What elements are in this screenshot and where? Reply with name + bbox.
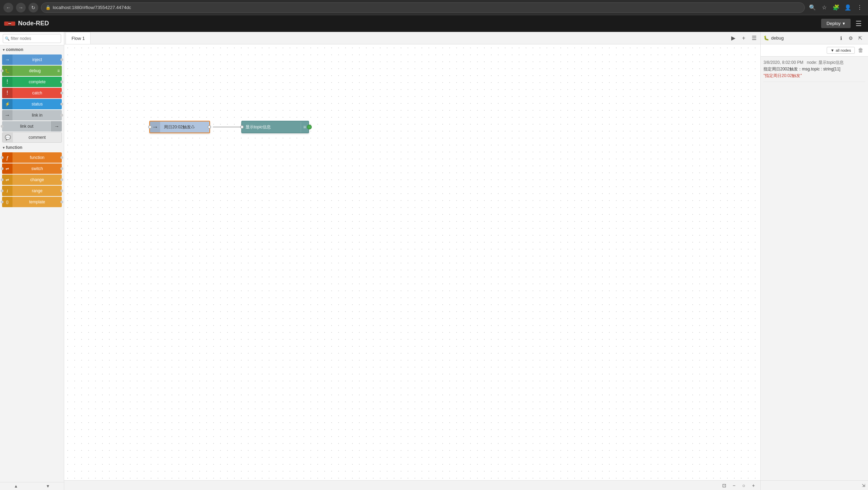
add-flow-button[interactable]: +: [739, 33, 749, 43]
template-label: template: [12, 200, 62, 204]
hamburger-button[interactable]: ☰: [853, 17, 864, 30]
function-label: function: [12, 155, 62, 160]
refresh-button[interactable]: ↻: [28, 3, 38, 12]
deploy-dropdown-icon: ▾: [843, 21, 845, 26]
zoom-reset-button[interactable]: ○: [740, 481, 748, 490]
inject-canvas-port-left: [148, 125, 152, 129]
filter-wrapper: 🔍: [3, 34, 61, 43]
run-flow-button[interactable]: ▶: [728, 33, 738, 43]
flow-menu-button[interactable]: ☰: [749, 33, 759, 43]
debug-msg-timestamp: 3/8/2020, 8:02:00 PM node: 显示topic信息: [763, 59, 865, 66]
deploy-button[interactable]: Deploy ▾: [821, 19, 851, 28]
template-icon: {}: [2, 197, 12, 207]
url-text: localhost:1880/#flow/73554227.4474dc: [53, 5, 131, 10]
all-nodes-filter-button[interactable]: ▼ all nodes: [827, 47, 855, 54]
flow-tab-label: Flow 1: [72, 36, 85, 41]
node-complete[interactable]: ! complete: [2, 77, 62, 87]
switch-port-left: [1, 167, 3, 170]
chevron-common: ▾: [3, 48, 5, 52]
debug-panel-title: debug: [771, 35, 836, 41]
canvas-area: Flow 1 ▶ + ☰ → 周日20:02触发♺: [64, 32, 760, 490]
node-link-out[interactable]: link out →: [2, 121, 62, 132]
debug-status-dot: [307, 125, 312, 129]
range-label: range: [12, 188, 62, 193]
inject-canvas-node[interactable]: → 周日20:02触发♺: [149, 121, 210, 133]
catch-icon: !: [2, 88, 12, 98]
debug-icon-node: 🐛: [2, 66, 12, 76]
template-port-right: [60, 201, 63, 203]
app-shell: Node-RED Deploy ▾ ☰ 🔍 ▾ comm: [0, 15, 868, 490]
debug-panel-icon: 🐛: [763, 35, 769, 41]
comment-label: comment: [13, 135, 61, 140]
extensions-button[interactable]: 🧩: [831, 3, 841, 12]
panel-settings-button[interactable]: ⚙: [846, 33, 856, 43]
category-function-label: function: [6, 145, 22, 150]
debug-messages: 3/8/2020, 8:02:00 PM node: 显示topic信息 指定周…: [761, 57, 868, 480]
status-icon: ⚡: [2, 99, 12, 109]
debug-msg-value: "指定周日20:02触发": [763, 73, 865, 79]
sidebar-scroll-buttons: ▲ ▼: [0, 482, 64, 490]
switch-port-right: [60, 167, 63, 170]
debug-canvas-port-left: [240, 125, 244, 129]
panel-info-button[interactable]: ℹ: [836, 33, 846, 43]
forward-button[interactable]: →: [16, 3, 26, 12]
inject-canvas-port-right: [208, 125, 211, 129]
flow-tab-1[interactable]: Flow 1: [66, 32, 91, 44]
back-button[interactable]: ←: [3, 3, 13, 12]
zoom-fit-button[interactable]: ⊡: [720, 481, 728, 490]
canvas[interactable]: → 周日20:02触发♺ 显示topic信息 ≡: [64, 44, 760, 480]
complete-icon: !: [2, 77, 12, 87]
search-button[interactable]: 🔍: [808, 3, 817, 12]
filter-icon: 🔍: [5, 36, 10, 41]
range-port-right: [60, 189, 63, 192]
node-status[interactable]: ⚡ status: [2, 99, 62, 109]
catch-port-right: [60, 92, 63, 94]
node-inject[interactable]: → inject: [2, 54, 62, 65]
node-switch[interactable]: ⇌ switch: [2, 163, 62, 174]
debug-msg-node-name: node: 显示topic信息: [807, 60, 844, 65]
link-in-port-right: [60, 114, 63, 117]
debug-message-1: 3/8/2020, 8:02:00 PM node: 显示topic信息 指定周…: [763, 59, 865, 82]
node-debug[interactable]: 🐛 debug ≡: [2, 66, 62, 76]
category-common-header[interactable]: ▾ common: [0, 45, 64, 54]
logo-icon: [4, 20, 15, 27]
sidebar-nodes: ▾ common → inject 🐛 debug ≡: [0, 45, 64, 482]
address-bar[interactable]: 🔒 localhost:1880/#flow/73554227.4474dc: [41, 2, 805, 13]
debug-canvas-node[interactable]: 显示topic信息 ≡: [241, 121, 309, 133]
change-label: change: [12, 177, 62, 182]
category-function: ▾ function ƒ function ⇌ switch: [0, 143, 64, 207]
right-panel-collapse-button[interactable]: ⇲: [862, 483, 865, 488]
node-range[interactable]: i range: [2, 186, 62, 196]
inject-icon: →: [2, 54, 12, 65]
scroll-up-button[interactable]: ▲: [0, 482, 32, 490]
panel-expand-button[interactable]: ⇱: [856, 33, 865, 43]
browser-chrome: ← → ↻ 🔒 localhost:1880/#flow/73554227.44…: [0, 0, 868, 15]
search-input[interactable]: [3, 34, 61, 43]
node-comment[interactable]: 💬 comment: [2, 132, 62, 143]
browser-icons: 🔍 ☆ 🧩 👤 ⋮: [808, 3, 865, 12]
template-port-left: [1, 201, 3, 203]
scroll-down-button[interactable]: ▼: [32, 482, 64, 490]
range-icon: i: [2, 186, 12, 196]
zoom-out-button[interactable]: −: [730, 481, 738, 490]
category-function-header[interactable]: ▾ function: [0, 143, 64, 152]
node-template[interactable]: {} template: [2, 197, 62, 207]
link-out-port-left: [1, 125, 3, 128]
change-port-left: [1, 178, 3, 181]
node-catch[interactable]: ! catch: [2, 88, 62, 98]
switch-icon: ⇌: [2, 163, 12, 174]
bookmark-button[interactable]: ☆: [819, 3, 829, 12]
node-link-in[interactable]: → link in: [2, 110, 62, 120]
lock-icon: 🔒: [45, 5, 51, 10]
node-function[interactable]: ƒ function: [2, 152, 62, 163]
zoom-in-button[interactable]: +: [749, 481, 758, 490]
range-port-left: [1, 189, 3, 192]
function-icon: ƒ: [2, 152, 12, 163]
debug-msg-detail: 指定周日2002触发：msg.topic : string[11]: [763, 66, 865, 73]
node-change[interactable]: ⇌ change: [2, 175, 62, 185]
navbar: Node-RED Deploy ▾ ☰: [0, 15, 868, 32]
debug-canvas-label: 显示topic信息: [242, 124, 301, 130]
profile-button[interactable]: 👤: [843, 3, 853, 12]
clear-debug-button[interactable]: 🗑: [856, 46, 865, 55]
more-button[interactable]: ⋮: [855, 3, 865, 12]
